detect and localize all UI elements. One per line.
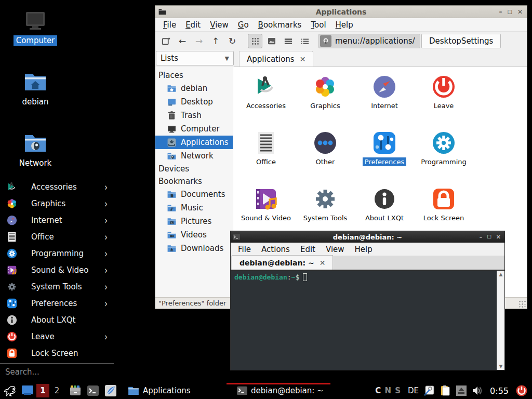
fm-menu-file[interactable]: File	[158, 18, 181, 32]
place-network[interactable]: Network	[155, 149, 233, 163]
app-leave[interactable]: Leave	[414, 71, 473, 127]
desktop-icon-network[interactable]: Network	[10, 131, 60, 169]
place-desktop[interactable]: Desktop	[155, 95, 233, 109]
fm-titlebar[interactable]: Applications – □ ✕	[155, 6, 527, 18]
sidebar-mode-combo[interactable]: Lists ▼	[156, 51, 234, 65]
back-button[interactable]: ←	[175, 34, 190, 48]
close-icon[interactable]: ✕	[496, 234, 501, 241]
quicklaunch-file-manager[interactable]	[66, 382, 84, 399]
taskbar-clock[interactable]: 0:55	[490, 386, 509, 396]
quicklaunch-terminal[interactable]	[84, 382, 102, 399]
place-trash[interactable]: Trash	[155, 109, 233, 122]
location-icon	[320, 35, 331, 47]
path-button-desktopsettings[interactable]: DesktopSettings	[421, 34, 501, 48]
fm-tab-applications[interactable]: Applications ✕	[239, 51, 313, 66]
volume-icon[interactable]	[472, 385, 483, 396]
desktop-icon-home[interactable]: debian	[10, 70, 60, 108]
task-button-terminal[interactable]: debian@debian: ~	[233, 382, 330, 399]
menu-item-office[interactable]: Office ›	[0, 229, 114, 245]
task-button-applications[interactable]: Applications	[124, 382, 227, 399]
menu-item-preferences[interactable]: Preferences ›	[0, 295, 114, 312]
reload-button[interactable]: ↻	[225, 34, 240, 48]
resize-grip[interactable]	[518, 300, 526, 308]
minimize-icon[interactable]: –	[499, 6, 502, 18]
leave-button[interactable]	[515, 384, 528, 397]
compact-view-button[interactable]	[298, 34, 312, 48]
app-internet[interactable]: Internet	[355, 71, 414, 127]
menu-item-lock-screen[interactable]: Lock Screen	[0, 345, 114, 362]
quicklaunch-featherpad[interactable]	[102, 382, 119, 399]
app-office[interactable]: Office	[236, 127, 296, 183]
desktop-icon-computer[interactable]: Computer	[10, 8, 60, 46]
terminal-tab[interactable]: debian@debian: ~ ✕	[232, 255, 333, 270]
scroll-down-icon[interactable]: ▼	[499, 363, 503, 370]
home-folder-icon	[23, 70, 48, 95]
fm-menu-tool[interactable]: Tool	[306, 18, 330, 32]
bookmark-pictures[interactable]: Pictures	[155, 215, 233, 228]
term-menu-help[interactable]: Help	[350, 245, 378, 254]
close-icon[interactable]: ✕	[517, 6, 523, 18]
forward-button[interactable]: →	[192, 34, 206, 48]
maximize-icon[interactable]: □	[487, 234, 491, 241]
bookmark-music[interactable]: Music	[155, 201, 233, 215]
term-menu-edit[interactable]: Edit	[295, 245, 321, 254]
menu-item-leave[interactable]: Leave ›	[0, 328, 114, 345]
menu-search-input[interactable]	[4, 367, 110, 377]
fm-menu-help[interactable]: Help	[331, 18, 358, 32]
app-accessories[interactable]: Accessories	[236, 71, 296, 127]
detailed-list-view-button[interactable]	[281, 34, 296, 48]
fm-menu-bookmarks[interactable]: Bookmarks	[254, 18, 307, 32]
menu-item-sound-video[interactable]: Sound & Video ›	[0, 262, 114, 278]
menu-item-about-lxqt[interactable]: About LXQt	[0, 312, 114, 328]
workspace-1-button[interactable]: 1	[36, 384, 49, 397]
preferences-icon	[6, 298, 18, 309]
minimize-icon[interactable]: –	[480, 234, 483, 241]
keyboard-layout-indicator[interactable]: DE	[408, 386, 419, 395]
app-preferences[interactable]: Preferences	[355, 127, 414, 183]
menu-item-graphics[interactable]: Graphics ›	[0, 195, 114, 212]
menu-item-system-tools[interactable]: System Tools ›	[0, 278, 114, 295]
tray-clipboard-icon[interactable]	[440, 385, 451, 396]
scroll-up-icon[interactable]: ▲	[499, 271, 503, 278]
term-menu-file[interactable]: File	[233, 245, 256, 254]
place-computer[interactable]: Computer	[155, 122, 233, 136]
programming-icon	[6, 248, 18, 259]
up-button[interactable]: ↑	[208, 34, 223, 48]
terminal-scrollbar[interactable]: ▲ ▼	[497, 271, 504, 370]
menu-item-accessories[interactable]: Accessories ›	[0, 179, 114, 195]
term-menu-actions[interactable]: Actions	[256, 245, 295, 254]
terminal-screen[interactable]: debian@debian:~$	[231, 271, 497, 370]
terminal-titlebar[interactable]: debian@debian: ~ – □ ✕	[231, 231, 504, 243]
icon-view-button[interactable]	[248, 34, 262, 48]
term-menu-view[interactable]: View	[321, 245, 350, 254]
menu-item-internet[interactable]: Internet ›	[0, 212, 114, 229]
new-tab-button[interactable]	[158, 34, 173, 48]
fm-menu-edit[interactable]: Edit	[181, 18, 205, 32]
fm-menu-view[interactable]: View	[205, 18, 233, 32]
place-label: Desktop	[181, 97, 213, 107]
app-programming[interactable]: Programming	[414, 127, 473, 183]
fm-menu-go[interactable]: Go	[233, 18, 254, 32]
bookmark-videos[interactable]: Videos	[155, 228, 233, 242]
app-other[interactable]: Other	[296, 127, 355, 183]
app-label-selected: Preferences	[363, 157, 406, 166]
place-debian[interactable]: debian	[155, 82, 233, 95]
bookmark-documents[interactable]: Documents	[155, 188, 233, 201]
downloads-folder-icon	[167, 244, 177, 254]
bookmark-downloads[interactable]: Downloads	[155, 242, 233, 255]
tab-close-icon[interactable]: ✕	[320, 259, 326, 267]
show-desktop-button[interactable]	[20, 382, 35, 399]
menu-item-programming[interactable]: Programming ›	[0, 245, 114, 262]
app-label: System Tools	[301, 214, 350, 222]
thumbnail-view-button[interactable]	[264, 34, 279, 48]
maximize-icon[interactable]: □	[507, 6, 512, 18]
start-menu-button[interactable]	[0, 382, 20, 399]
app-graphics[interactable]: Graphics	[296, 71, 355, 127]
location-bar[interactable]: menu://applications/	[318, 34, 420, 48]
tab-close-icon[interactable]: ✕	[300, 55, 306, 63]
tray-screenshot-icon[interactable]	[423, 385, 435, 396]
internet-icon	[372, 74, 397, 99]
tray-eject-icon[interactable]	[456, 385, 467, 396]
workspace-2-button[interactable]: 2	[50, 384, 63, 397]
place-applications[interactable]: Applications	[155, 136, 233, 149]
